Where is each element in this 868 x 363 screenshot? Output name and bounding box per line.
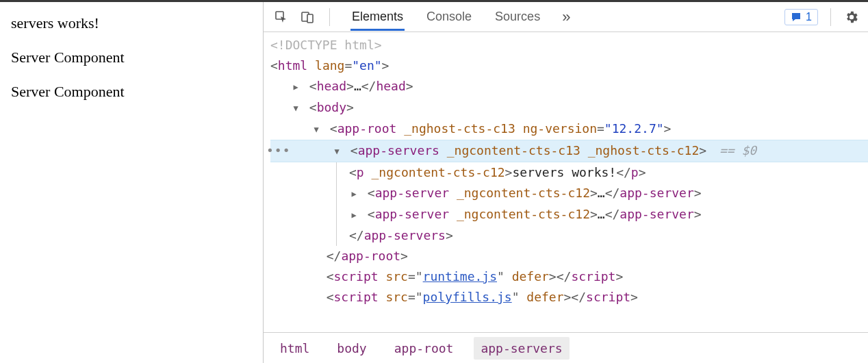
- issues-count: 1: [806, 11, 812, 23]
- dom-app-servers-open[interactable]: ••• ▼ <app-servers _ngcontent-cts-c13 _n…: [270, 140, 868, 162]
- devtools-toolbar: Elements Console Sources » 1: [264, 2, 868, 32]
- dom-body-open[interactable]: ▼ <body>: [270, 97, 868, 118]
- device-toggle-icon[interactable]: [299, 9, 316, 25]
- toolbar-separator: [329, 8, 330, 26]
- dom-app-servers-close[interactable]: </app-servers>: [270, 225, 868, 246]
- elements-tree[interactable]: <!DOCTYPE html> <html lang="en"> ▶ <head…: [264, 32, 868, 333]
- breadcrumb-body[interactable]: body: [330, 337, 373, 360]
- dom-app-root-open[interactable]: ▼ <app-root _nghost-cts-c13 ng-version="…: [270, 118, 868, 140]
- dom-selected-marker: == $0: [719, 143, 756, 158]
- collapse-toggle-icon[interactable]: ▼: [291, 98, 301, 118]
- ellipsis-icon[interactable]: •••: [266, 140, 291, 161]
- dom-app-server-2[interactable]: ▶ <app-server _ngcontent-cts-c12>…</app-…: [270, 204, 868, 225]
- dom-app-server-1[interactable]: ▶ <app-server _ngcontent-cts-c12>…</app-…: [270, 183, 868, 204]
- svg-rect-2: [307, 14, 313, 23]
- expand-toggle-icon[interactable]: ▶: [291, 77, 301, 97]
- dom-script-polyfills[interactable]: <script src="polyfills.js" defer></scrip…: [270, 287, 868, 308]
- expand-toggle-icon[interactable]: ▶: [349, 205, 359, 225]
- page-text-servers-works: servers works!: [11, 14, 252, 32]
- tab-sources[interactable]: Sources: [494, 3, 541, 31]
- tab-elements[interactable]: Elements: [350, 3, 405, 31]
- dom-app-root-close[interactable]: </app-root>: [270, 246, 868, 266]
- expand-toggle-icon[interactable]: ▶: [349, 184, 359, 204]
- message-icon: [791, 12, 802, 23]
- issues-badge[interactable]: 1: [784, 9, 818, 25]
- breadcrumb: html body app-root app-servers: [264, 333, 868, 363]
- tab-console[interactable]: Console: [425, 3, 473, 31]
- page-text-server-component-1: Server Component: [11, 49, 252, 66]
- page-text-server-component-2: Server Component: [11, 83, 252, 101]
- breadcrumb-app-root[interactable]: app-root: [387, 337, 461, 360]
- toolbar-separator-right: [830, 8, 831, 26]
- collapse-toggle-icon[interactable]: ▼: [311, 119, 321, 140]
- dom-script-runtime[interactable]: <script src="runtime.js" defer></script>: [270, 266, 868, 287]
- dom-head[interactable]: ▶ <head>…</head>: [270, 76, 868, 97]
- inspect-element-icon[interactable]: [273, 9, 290, 25]
- dom-doctype: <!DOCTYPE html>: [270, 38, 382, 52]
- rendered-page: servers works! Server Component Server C…: [0, 2, 263, 363]
- breadcrumb-html[interactable]: html: [273, 337, 316, 360]
- settings-gear-icon[interactable]: [843, 9, 860, 25]
- collapse-toggle-icon[interactable]: ▼: [332, 141, 342, 162]
- dom-html-open[interactable]: <html lang="en">: [270, 55, 868, 76]
- breadcrumb-app-servers[interactable]: app-servers: [474, 337, 569, 360]
- dom-p-line[interactable]: <p _ngcontent-cts-c12>servers works!</p>: [270, 162, 868, 183]
- tabs-overflow-icon[interactable]: »: [562, 8, 570, 26]
- devtools-panel: Elements Console Sources » 1: [263, 2, 868, 363]
